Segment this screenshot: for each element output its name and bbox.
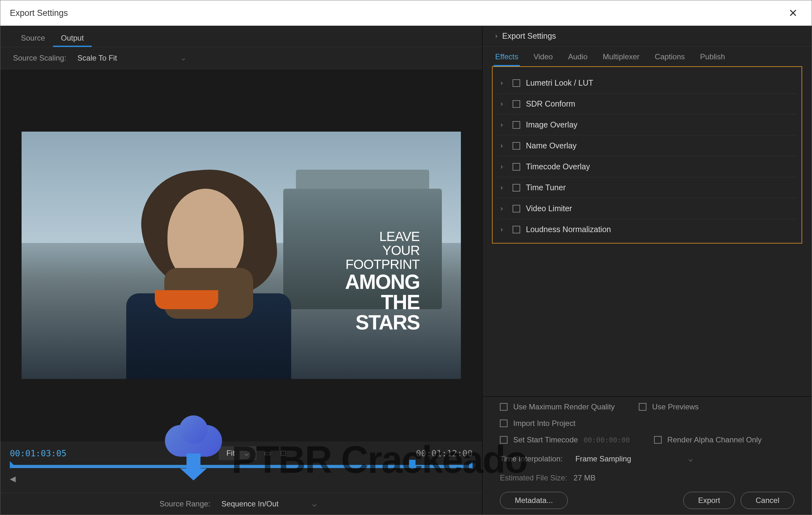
timeline-bar[interactable] [10, 465, 473, 468]
export-options: Use Maximum Render Quality Use Previews … [483, 396, 812, 515]
chevron-down-icon: ⌵ [244, 449, 249, 458]
effect-label: Video Limiter [526, 204, 572, 213]
max-render-label: Use Maximum Render Quality [513, 402, 615, 411]
in-point-icon[interactable] [10, 461, 13, 469]
est-size-value: 27 MB [574, 474, 596, 482]
window-title: Export Settings [10, 8, 68, 18]
effect-row[interactable]: ›Image Overlay [497, 115, 797, 135]
preview-overlay-text: LEAVE YOUR FOOTPRINT AMONG THE STARS [345, 230, 419, 333]
effect-checkbox[interactable] [513, 205, 520, 212]
tab-publish[interactable]: Publish [698, 47, 727, 66]
max-render-checkbox[interactable] [500, 403, 508, 411]
effect-checkbox[interactable] [513, 226, 520, 233]
play-icon[interactable]: ▶ [206, 448, 213, 458]
previews-label: Use Previews [652, 402, 699, 411]
metadata-button[interactable]: Metadata... [500, 492, 568, 509]
interp-value: Frame Sampling [575, 454, 631, 463]
export-settings-window: Export Settings ✕ Source Output Source S… [0, 0, 812, 515]
effect-checkbox[interactable] [513, 100, 520, 108]
interp-label: Time Interpolation: [500, 454, 563, 463]
effect-label: Image Overlay [526, 120, 578, 129]
scroll-left-icon[interactable]: ◀ [10, 475, 19, 483]
preview-area: LEAVE YOUR FOOTPRINT AMONG THE STARS [0, 69, 482, 442]
effect-label: Name Overlay [526, 141, 577, 150]
chevron-right-icon: › [500, 163, 507, 171]
import-label: Import Into Project [513, 419, 575, 428]
effect-row[interactable]: ›Loudness Normalization [497, 219, 797, 240]
effect-label: Lumetri Look / LUT [526, 78, 593, 88]
export-settings-label: Export Settings [502, 31, 556, 40]
chevron-right-icon: › [500, 100, 507, 108]
effect-row[interactable]: ›SDR Conform [497, 94, 797, 115]
aspect-ratio-icon[interactable]: ▭ [262, 447, 273, 459]
tab-effects[interactable]: Effects [494, 47, 520, 66]
effect-row[interactable]: ›Video Limiter [497, 198, 797, 219]
preview-image: LEAVE YOUR FOOTPRINT AMONG THE STARS [22, 131, 461, 379]
chevron-down-icon: ⌵ [312, 499, 317, 508]
preview-panel: Source Output Source Scaling: Scale To F… [0, 26, 483, 515]
zoom-controls: ◢ ▶ Fit ⌵ ▭ ⊡ [195, 446, 288, 460]
chevron-right-icon: › [500, 121, 507, 129]
start-tc-checkbox[interactable] [500, 436, 508, 444]
tab-output[interactable]: Output [53, 30, 92, 47]
source-range-dropdown[interactable]: Sequence In/Out ⌵ [215, 497, 323, 511]
effect-row[interactable]: ›Name Overlay [497, 135, 797, 156]
source-range-value: Sequence In/Out [222, 499, 279, 508]
previews-checkbox[interactable] [639, 403, 646, 411]
close-icon[interactable]: ✕ [784, 5, 802, 21]
chevron-down-icon: ⌵ [181, 54, 185, 62]
settings-tabs: Effects Video Audio Multiplexer Captions… [483, 47, 812, 66]
effect-checkbox[interactable] [513, 142, 520, 150]
preview-tabs: Source Output [0, 26, 482, 47]
source-scaling-dropdown[interactable]: Scale To Fit ⌵ [71, 51, 192, 65]
chevron-right-icon: › [500, 184, 507, 192]
effect-row[interactable]: ›Lumetri Look / LUT [497, 72, 797, 94]
tab-audio[interactable]: Audio [567, 47, 589, 66]
source-scaling-value: Scale To Fit [78, 54, 117, 62]
est-size-label: Estimated File Size: [500, 474, 567, 482]
export-settings-header[interactable]: › Export Settings [483, 26, 812, 47]
out-point-icon[interactable] [469, 461, 473, 469]
effect-label: Time Tuner [526, 183, 566, 192]
interp-dropdown[interactable]: Frame Sampling ⌵ [569, 452, 699, 466]
chevron-right-icon: › [495, 32, 497, 40]
effect-checkbox[interactable] [513, 79, 520, 87]
safe-margins-icon[interactable]: ⊡ [279, 447, 288, 459]
chevron-right-icon: › [500, 225, 507, 234]
dialog-body: Source Output Source Scaling: Scale To F… [0, 26, 812, 515]
chevron-right-icon: › [500, 142, 507, 150]
prev-frame-icon[interactable]: ◢ [195, 448, 201, 458]
effect-row[interactable]: ›Timecode Overlay [497, 156, 797, 177]
tab-multiplexer[interactable]: Multiplexer [601, 47, 641, 66]
alpha-label: Render Alpha Channel Only [667, 435, 762, 444]
settings-panel: › Export Settings Effects Video Audio Mu… [483, 26, 812, 515]
chevron-down-icon: ⌵ [688, 454, 693, 463]
source-scaling-label: Source Scaling: [13, 54, 66, 62]
current-timecode[interactable]: 00:01:03:05 [10, 448, 67, 458]
tab-captions[interactable]: Captions [653, 47, 687, 66]
alpha-checkbox[interactable] [654, 436, 662, 444]
cancel-button[interactable]: Cancel [741, 492, 794, 509]
effect-checkbox[interactable] [513, 163, 520, 171]
timeline-area: 00:01:03:05 ◢ ▶ Fit ⌵ ▭ ⊡ 00:01:12:00 [0, 442, 482, 493]
effect-row[interactable]: ›Time Tuner [497, 177, 797, 198]
zoom-dropdown[interactable]: Fit ⌵ [219, 446, 257, 460]
effect-checkbox[interactable] [513, 121, 520, 129]
effect-checkbox[interactable] [513, 184, 520, 191]
start-tc-label: Set Start Timecode [513, 435, 578, 444]
tab-source[interactable]: Source [13, 30, 53, 47]
effect-label: Timecode Overlay [526, 162, 590, 171]
end-timecode: 00:01:12:00 [416, 448, 473, 458]
start-tc-value[interactable]: 00:00:00:00 [584, 436, 630, 444]
tab-video[interactable]: Video [532, 47, 554, 66]
source-scaling-row: Source Scaling: Scale To Fit ⌵ [0, 47, 482, 69]
export-button[interactable]: Export [683, 492, 735, 509]
source-range-row: Source Range: Sequence In/Out ⌵ [0, 493, 482, 515]
effects-panel: ›Lumetri Look / LUT›SDR Conform›Image Ov… [492, 66, 802, 244]
playhead-icon[interactable] [409, 460, 415, 469]
effect-label: Loudness Normalization [526, 225, 611, 234]
chevron-right-icon: › [500, 79, 507, 87]
source-range-label: Source Range: [160, 499, 210, 508]
chevron-right-icon: › [500, 205, 507, 213]
import-checkbox[interactable] [500, 420, 508, 427]
